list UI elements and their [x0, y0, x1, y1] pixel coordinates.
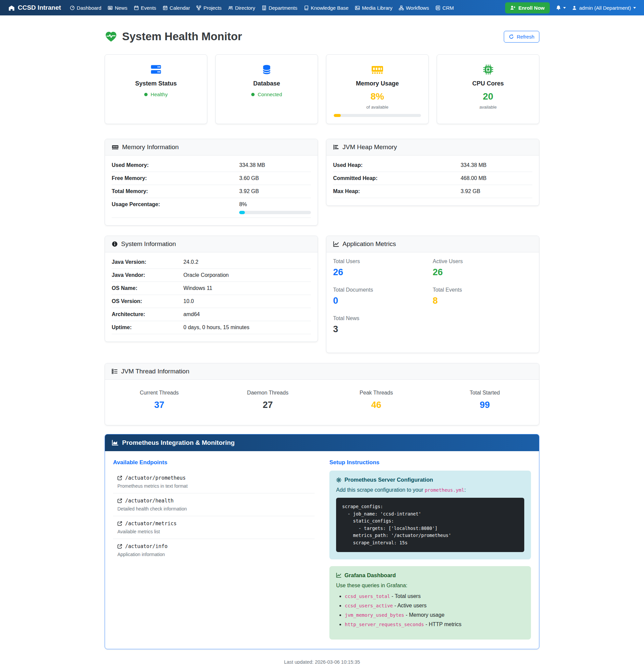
- refresh-button[interactable]: Refresh: [504, 31, 539, 43]
- memory-icon: [112, 144, 119, 150]
- chart-line-icon: [336, 573, 341, 578]
- nav-item-directory[interactable]: Directory: [228, 5, 255, 11]
- info-row: Java Vendor: Oracle Corporation: [112, 269, 311, 282]
- nav-item-departments[interactable]: Departments: [262, 5, 298, 11]
- media-library-icon: [355, 5, 360, 11]
- stat-current-threads: Current Threads 37: [105, 390, 214, 410]
- external-link-icon: [117, 521, 122, 526]
- external-link-icon: [117, 544, 122, 549]
- brand[interactable]: CCSD Intranet: [8, 4, 61, 12]
- card-cpu-cores: CPU Cores 20 available: [437, 54, 539, 124]
- nav-item-media-library[interactable]: Media Library: [355, 5, 393, 11]
- nav-item-projects[interactable]: Projects: [196, 5, 221, 11]
- grafana-query-item: http_server_requests_seconds - HTTP metr…: [345, 621, 524, 627]
- nav-item-dashboard[interactable]: Dashboard: [70, 5, 101, 11]
- jvm-thread-header: JVM Thread Information: [105, 364, 539, 380]
- server-icon: [150, 63, 162, 76]
- bell-icon: [556, 5, 561, 11]
- page-title: System Health Monitor: [105, 30, 242, 43]
- metric-total-news: Total News 3: [333, 315, 433, 334]
- info-row: Architecture: amd64: [112, 308, 311, 321]
- notifications-menu[interactable]: [556, 5, 566, 11]
- info-row: Max Heap: 3.92 GB: [333, 185, 532, 198]
- info-row: Java Version: 24.0.2: [112, 256, 311, 269]
- info-row: Uptime: 0 days, 0 hours, 15 minutes: [112, 321, 311, 334]
- workflows-icon: [399, 5, 404, 11]
- last-updated: Last updated: 2026-03-06 10:15:35: [105, 659, 539, 664]
- status-badge: Healthy: [144, 91, 168, 97]
- endpoint-link[interactable]: /actuator/health: [117, 498, 313, 504]
- chart-bar-icon: [333, 144, 339, 150]
- prometheus-yml-code: prometheus.yml: [425, 487, 464, 493]
- metric-total-events: Total Events 8: [433, 287, 532, 306]
- microchip-icon: [483, 63, 494, 76]
- endpoint-link[interactable]: /actuator/metrics: [117, 521, 313, 526]
- endpoint-item: /actuator/info Application information: [113, 539, 315, 561]
- nav-items: Dashboard News Events Calendar Projects …: [70, 5, 454, 11]
- top-navbar: CCSD Intranet Dashboard News Events Cale…: [0, 0, 644, 16]
- grafana-query-item: ccsd_users_active - Active users: [345, 603, 524, 609]
- grafana-dashboard-title: Grafana Dashboard: [336, 572, 524, 579]
- prometheus-header: Prometheus Integration & Monitoring: [105, 434, 539, 451]
- metric-total-documents: Total Documents 0: [333, 287, 433, 306]
- memory-icon: [371, 63, 384, 76]
- directory-icon: [228, 5, 233, 11]
- memory-information-header: Memory Information: [105, 139, 318, 155]
- departments-icon: [262, 5, 267, 11]
- card-system-status: System Status Healthy: [105, 54, 207, 124]
- card-database: Database Connected: [215, 54, 318, 124]
- grafana-query-item: jvm_memory_used_bytes - Memory usage: [345, 612, 524, 618]
- endpoint-link[interactable]: /actuator/prometheus: [117, 475, 313, 481]
- available-endpoints-column: Available Endpoints /actuator/prometheus…: [113, 459, 315, 640]
- prometheus-panel: Prometheus Integration & Monitoring Avai…: [105, 434, 539, 649]
- heart-pulse-icon: [105, 31, 117, 42]
- nav-item-knowledge-base[interactable]: Knowledge Base: [304, 5, 349, 11]
- stat-daemon-threads: Daemon Threads 27: [214, 390, 322, 410]
- memory-usage-progressbar: [334, 114, 421, 117]
- info-row: Used Memory: 334.38 MB: [112, 159, 311, 172]
- info-row: Free Memory: 3.60 GB: [112, 172, 311, 185]
- projects-icon: [196, 5, 201, 11]
- card-memory-usage: Memory Usage 8% of available: [326, 54, 429, 124]
- nav-item-news[interactable]: News: [108, 5, 127, 11]
- status-badge: Connected: [251, 91, 282, 97]
- metric-active-users: Active Users 26: [433, 258, 532, 277]
- info-row: Used Heap: 334.38 MB: [333, 159, 532, 172]
- chart-area-icon: [112, 440, 118, 446]
- nav-item-events[interactable]: Events: [134, 5, 156, 11]
- events-icon: [134, 5, 139, 11]
- cpu-cores-value: 20: [483, 91, 493, 102]
- grafana-dashboard-box: Grafana Dashboard Use these queries in G…: [329, 566, 531, 640]
- info-row: Committed Heap: 468.00 MB: [333, 172, 532, 185]
- refresh-icon: [509, 34, 514, 39]
- crm-icon: [435, 5, 440, 11]
- jvm-heap-panel: JVM Heap Memory Used Heap: 334.38 MB Com…: [326, 139, 539, 206]
- list-check-icon: [112, 369, 118, 374]
- endpoint-item: /actuator/prometheus Prometheus metrics …: [113, 471, 315, 493]
- metric-total-users: Total Users 26: [333, 258, 433, 277]
- endpoint-item: /actuator/health Detailed health check i…: [113, 493, 315, 516]
- info-row: OS Name: Windows 11: [112, 282, 311, 295]
- status-dot: [144, 93, 147, 96]
- enroll-now-button[interactable]: Enroll Now: [505, 2, 549, 14]
- endpoint-link[interactable]: /actuator/info: [117, 543, 313, 549]
- user-icon: [572, 5, 577, 11]
- grafana-query-list: ccsd_users_total - Total users ccsd_user…: [345, 593, 524, 627]
- status-dot: [251, 93, 255, 96]
- setup-instructions-column: Setup Instructions Prometheus Server Con…: [329, 459, 531, 640]
- prometheus-config-title: Prometheus Server Configuration: [336, 477, 524, 483]
- nav-item-crm[interactable]: CRM: [435, 5, 454, 11]
- chart-line-icon: [333, 241, 339, 247]
- scrape-config-code-block: scrape_configs: - job_name: 'ccsd-intran…: [336, 498, 524, 552]
- brand-label: CCSD Intranet: [18, 4, 61, 12]
- status-cards-row: System Status Healthy Database Connected…: [105, 54, 539, 124]
- person-plus-icon: [510, 5, 516, 10]
- nav-item-calendar[interactable]: Calendar: [163, 5, 190, 11]
- knowledge-base-icon: [304, 5, 309, 11]
- external-link-icon: [117, 498, 122, 503]
- memory-information-panel: Memory Information Used Memory: 334.38 M…: [105, 139, 318, 226]
- external-link-icon: [117, 476, 122, 480]
- nav-item-workflows[interactable]: Workflows: [399, 5, 429, 11]
- prometheus-config-box: Prometheus Server Configuration Add this…: [329, 471, 531, 559]
- user-menu[interactable]: admin (All Department): [572, 5, 636, 11]
